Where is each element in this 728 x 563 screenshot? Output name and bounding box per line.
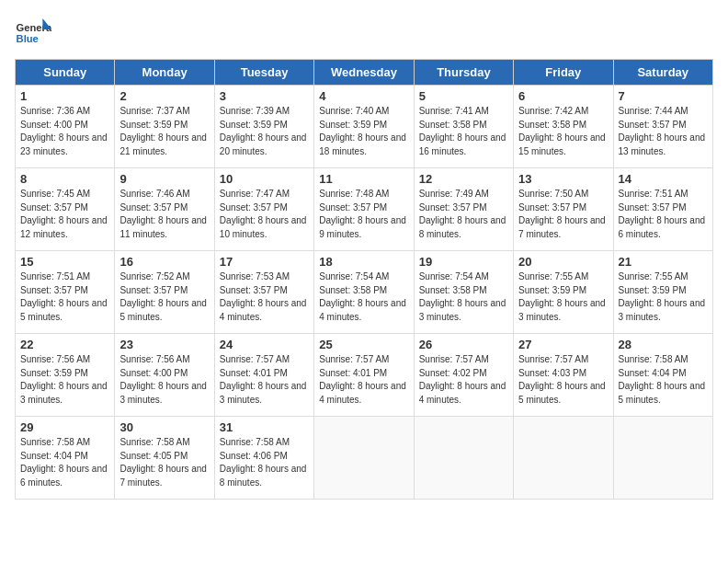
day-number: 16 xyxy=(119,255,209,269)
calendar-cell: 15Sunrise: 7:51 AMSunset: 3:57 PMDayligh… xyxy=(16,251,115,334)
calendar-cell xyxy=(414,417,513,500)
week-row-5: 29Sunrise: 7:58 AMSunset: 4:04 PMDayligh… xyxy=(16,417,713,500)
day-info: Sunrise: 7:49 AMSunset: 3:57 PMDaylight:… xyxy=(419,188,508,241)
day-info: Sunrise: 7:55 AMSunset: 3:59 PMDaylight:… xyxy=(619,270,708,324)
day-number: 30 xyxy=(119,420,209,434)
day-number: 6 xyxy=(518,89,608,103)
calendar-cell: 23Sunrise: 7:56 AMSunset: 4:00 PMDayligh… xyxy=(115,334,214,417)
page-header: General Blue xyxy=(15,15,713,52)
day-number: 24 xyxy=(220,338,309,351)
calendar-cell: 11Sunrise: 7:48 AMSunset: 3:57 PMDayligh… xyxy=(314,168,414,251)
day-number: 12 xyxy=(419,172,508,186)
day-info: Sunrise: 7:46 AMSunset: 3:57 PMDaylight:… xyxy=(119,188,209,241)
calendar-cell: 27Sunrise: 7:57 AMSunset: 4:03 PMDayligh… xyxy=(514,334,613,417)
day-info: Sunrise: 7:58 AMSunset: 4:04 PMDaylight:… xyxy=(619,353,708,407)
calendar-cell xyxy=(514,417,613,500)
calendar-cell: 3Sunrise: 7:39 AMSunset: 3:59 PMDaylight… xyxy=(214,86,313,168)
calendar-cell: 22Sunrise: 7:56 AMSunset: 3:59 PMDayligh… xyxy=(16,334,115,417)
week-row-3: 15Sunrise: 7:51 AMSunset: 3:57 PMDayligh… xyxy=(16,251,713,334)
calendar-cell: 17Sunrise: 7:53 AMSunset: 3:57 PMDayligh… xyxy=(214,251,313,334)
day-info: Sunrise: 7:52 AMSunset: 3:57 PMDaylight:… xyxy=(119,270,209,324)
weekday-header-friday: Friday xyxy=(514,60,613,86)
calendar-cell: 4Sunrise: 7:40 AMSunset: 3:59 PMDaylight… xyxy=(314,86,414,168)
day-info: Sunrise: 7:53 AMSunset: 3:57 PMDaylight:… xyxy=(220,270,309,324)
day-info: Sunrise: 7:57 AMSunset: 4:01 PMDaylight:… xyxy=(220,353,309,407)
calendar-cell xyxy=(314,417,414,500)
day-number: 26 xyxy=(419,338,508,351)
calendar-cell: 10Sunrise: 7:47 AMSunset: 3:57 PMDayligh… xyxy=(214,168,313,251)
calendar-cell: 24Sunrise: 7:57 AMSunset: 4:01 PMDayligh… xyxy=(214,334,313,417)
calendar-cell: 1Sunrise: 7:36 AMSunset: 4:00 PMDaylight… xyxy=(16,86,115,168)
day-number: 9 xyxy=(119,172,209,186)
day-info: Sunrise: 7:36 AMSunset: 4:00 PMDaylight:… xyxy=(20,105,109,158)
day-number: 17 xyxy=(220,255,309,269)
calendar-cell: 18Sunrise: 7:54 AMSunset: 3:58 PMDayligh… xyxy=(314,251,414,334)
day-info: Sunrise: 7:58 AMSunset: 4:04 PMDaylight:… xyxy=(20,436,109,489)
calendar-cell: 13Sunrise: 7:50 AMSunset: 3:57 PMDayligh… xyxy=(514,168,613,251)
weekday-header-tuesday: Tuesday xyxy=(214,60,313,86)
day-number: 21 xyxy=(619,255,708,269)
logo: General Blue xyxy=(15,15,55,52)
calendar-cell: 5Sunrise: 7:41 AMSunset: 3:58 PMDaylight… xyxy=(414,86,513,168)
calendar-cell: 26Sunrise: 7:57 AMSunset: 4:02 PMDayligh… xyxy=(414,334,513,417)
day-number: 1 xyxy=(20,89,109,103)
calendar-cell: 30Sunrise: 7:58 AMSunset: 4:05 PMDayligh… xyxy=(115,417,214,500)
calendar-cell: 28Sunrise: 7:58 AMSunset: 4:04 PMDayligh… xyxy=(613,334,712,417)
day-info: Sunrise: 7:41 AMSunset: 3:58 PMDaylight:… xyxy=(419,105,508,158)
week-row-2: 8Sunrise: 7:45 AMSunset: 3:57 PMDaylight… xyxy=(16,168,713,251)
day-info: Sunrise: 7:45 AMSunset: 3:57 PMDaylight:… xyxy=(20,188,109,241)
day-info: Sunrise: 7:58 AMSunset: 4:05 PMDaylight:… xyxy=(119,436,209,489)
day-number: 18 xyxy=(319,255,408,269)
calendar-table: SundayMondayTuesdayWednesdayThursdayFrid… xyxy=(15,59,713,500)
day-number: 31 xyxy=(220,420,309,434)
day-info: Sunrise: 7:54 AMSunset: 3:58 PMDaylight:… xyxy=(319,270,408,324)
calendar-cell: 29Sunrise: 7:58 AMSunset: 4:04 PMDayligh… xyxy=(16,417,115,500)
weekday-header-sunday: Sunday xyxy=(16,60,115,86)
calendar-cell: 21Sunrise: 7:55 AMSunset: 3:59 PMDayligh… xyxy=(613,251,712,334)
calendar-cell: 12Sunrise: 7:49 AMSunset: 3:57 PMDayligh… xyxy=(414,168,513,251)
day-info: Sunrise: 7:50 AMSunset: 3:57 PMDaylight:… xyxy=(518,188,608,241)
weekday-header-monday: Monday xyxy=(115,60,214,86)
day-number: 3 xyxy=(220,89,309,103)
day-number: 27 xyxy=(518,338,608,351)
week-row-4: 22Sunrise: 7:56 AMSunset: 3:59 PMDayligh… xyxy=(16,334,713,417)
day-number: 13 xyxy=(518,172,608,186)
calendar-cell: 6Sunrise: 7:42 AMSunset: 3:58 PMDaylight… xyxy=(514,86,613,168)
day-info: Sunrise: 7:40 AMSunset: 3:59 PMDaylight:… xyxy=(319,105,408,158)
day-info: Sunrise: 7:57 AMSunset: 4:03 PMDaylight:… xyxy=(518,353,608,407)
day-number: 11 xyxy=(319,172,408,186)
day-info: Sunrise: 7:47 AMSunset: 3:57 PMDaylight:… xyxy=(220,188,309,241)
day-number: 19 xyxy=(419,255,508,269)
calendar-cell xyxy=(613,417,712,500)
day-info: Sunrise: 7:44 AMSunset: 3:57 PMDaylight:… xyxy=(619,105,708,158)
day-info: Sunrise: 7:56 AMSunset: 4:00 PMDaylight:… xyxy=(119,353,209,407)
day-number: 8 xyxy=(20,172,109,186)
day-number: 5 xyxy=(419,89,508,103)
day-info: Sunrise: 7:42 AMSunset: 3:58 PMDaylight:… xyxy=(518,105,608,158)
day-number: 2 xyxy=(119,89,209,103)
day-number: 7 xyxy=(619,89,708,103)
day-number: 10 xyxy=(220,172,309,186)
day-number: 15 xyxy=(20,255,109,269)
weekday-header-wednesday: Wednesday xyxy=(314,60,414,86)
day-info: Sunrise: 7:48 AMSunset: 3:57 PMDaylight:… xyxy=(319,188,408,241)
calendar-cell: 20Sunrise: 7:55 AMSunset: 3:59 PMDayligh… xyxy=(514,251,613,334)
day-info: Sunrise: 7:37 AMSunset: 3:59 PMDaylight:… xyxy=(119,105,209,158)
svg-text:Blue: Blue xyxy=(17,33,39,44)
calendar-cell: 14Sunrise: 7:51 AMSunset: 3:57 PMDayligh… xyxy=(613,168,712,251)
day-info: Sunrise: 7:51 AMSunset: 3:57 PMDaylight:… xyxy=(619,188,708,241)
day-info: Sunrise: 7:39 AMSunset: 3:59 PMDaylight:… xyxy=(220,105,309,158)
day-info: Sunrise: 7:51 AMSunset: 3:57 PMDaylight:… xyxy=(20,270,109,324)
weekday-header-thursday: Thursday xyxy=(414,60,513,86)
day-info: Sunrise: 7:58 AMSunset: 4:06 PMDaylight:… xyxy=(220,436,309,489)
calendar-cell: 9Sunrise: 7:46 AMSunset: 3:57 PMDaylight… xyxy=(115,168,214,251)
day-info: Sunrise: 7:57 AMSunset: 4:02 PMDaylight:… xyxy=(419,353,508,407)
day-info: Sunrise: 7:56 AMSunset: 3:59 PMDaylight:… xyxy=(20,353,109,407)
calendar-cell: 8Sunrise: 7:45 AMSunset: 3:57 PMDaylight… xyxy=(16,168,115,251)
calendar-cell: 19Sunrise: 7:54 AMSunset: 3:58 PMDayligh… xyxy=(414,251,513,334)
day-number: 20 xyxy=(518,255,608,269)
day-number: 28 xyxy=(619,338,708,351)
day-number: 22 xyxy=(20,338,109,351)
day-number: 4 xyxy=(319,89,408,103)
day-number: 23 xyxy=(119,338,209,351)
